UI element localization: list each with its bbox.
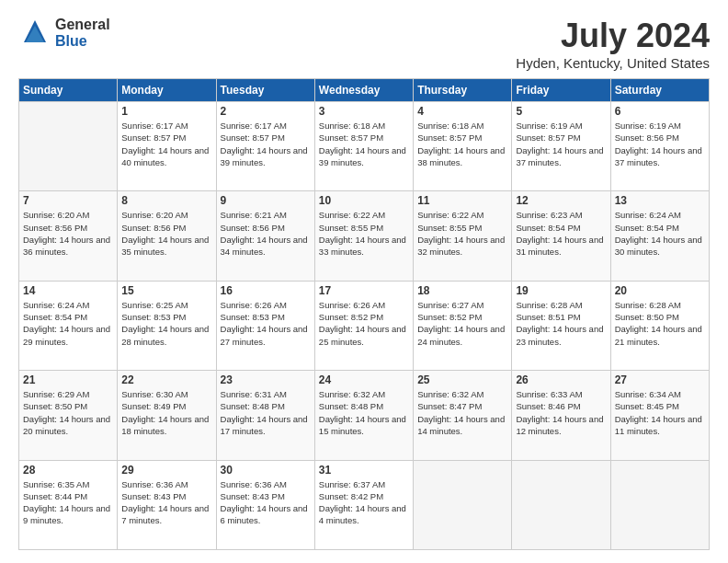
day-number: 3 [319,105,409,118]
calendar-header-monday: Monday [118,79,216,102]
calendar-cell: 19Sunrise: 6:28 AM Sunset: 8:51 PM Dayli… [512,281,610,370]
calendar-cell: 12Sunrise: 6:23 AM Sunset: 8:54 PM Dayli… [512,191,610,281]
day-number: 30 [221,464,311,477]
day-info: Sunrise: 6:29 AM Sunset: 8:50 PM Dayligh… [23,388,113,437]
calendar-header-wednesday: Wednesday [314,79,413,102]
day-info: Sunrise: 6:22 AM Sunset: 8:55 PM Dayligh… [319,209,409,258]
day-info: Sunrise: 6:20 AM Sunset: 8:56 PM Dayligh… [23,209,113,258]
calendar-week-3: 14Sunrise: 6:24 AM Sunset: 8:54 PM Dayli… [19,281,710,370]
day-info: Sunrise: 6:25 AM Sunset: 8:53 PM Dayligh… [121,299,211,348]
calendar-cell: 6Sunrise: 6:19 AM Sunset: 8:56 PM Daylig… [610,102,709,191]
calendar-week-1: 1Sunrise: 6:17 AM Sunset: 8:57 PM Daylig… [19,102,710,191]
main-title: July 2024 [516,17,710,55]
day-number: 1 [121,105,211,118]
day-number: 9 [221,194,311,207]
calendar-cell: 2Sunrise: 6:17 AM Sunset: 8:57 PM Daylig… [216,102,314,191]
calendar-cell [610,460,709,549]
day-info: Sunrise: 6:35 AM Sunset: 8:44 PM Dayligh… [23,478,113,527]
calendar-cell: 26Sunrise: 6:33 AM Sunset: 8:46 PM Dayli… [512,371,610,460]
calendar-cell: 9Sunrise: 6:21 AM Sunset: 8:56 PM Daylig… [216,191,314,281]
calendar-cell: 14Sunrise: 6:24 AM Sunset: 8:54 PM Dayli… [19,281,118,370]
calendar-cell [512,460,610,549]
day-number: 28 [23,464,113,477]
title-block: July 2024 Hyden, Kentucky, United States [516,17,710,71]
calendar-cell: 20Sunrise: 6:28 AM Sunset: 8:50 PM Dayli… [610,281,709,370]
day-number: 16 [221,284,311,297]
calendar-cell: 30Sunrise: 6:36 AM Sunset: 8:43 PM Dayli… [216,460,314,549]
day-info: Sunrise: 6:31 AM Sunset: 8:48 PM Dayligh… [221,388,311,437]
day-info: Sunrise: 6:19 AM Sunset: 8:57 PM Dayligh… [516,120,606,168]
day-number: 20 [615,284,705,297]
calendar-cell: 15Sunrise: 6:25 AM Sunset: 8:53 PM Dayli… [118,281,216,370]
calendar-header-sunday: Sunday [19,79,118,102]
day-info: Sunrise: 6:37 AM Sunset: 8:42 PM Dayligh… [319,478,409,527]
day-number: 23 [221,373,311,386]
calendar-cell: 29Sunrise: 6:36 AM Sunset: 8:43 PM Dayli… [118,460,216,549]
calendar-cell: 27Sunrise: 6:34 AM Sunset: 8:45 PM Dayli… [610,371,709,460]
calendar-cell: 25Sunrise: 6:32 AM Sunset: 8:47 PM Dayli… [414,371,512,460]
day-number: 18 [417,284,507,297]
day-number: 12 [516,194,606,207]
day-number: 19 [516,284,606,297]
calendar-cell: 17Sunrise: 6:26 AM Sunset: 8:52 PM Dayli… [314,281,413,370]
logo-icon [18,17,51,50]
day-info: Sunrise: 6:17 AM Sunset: 8:57 PM Dayligh… [221,120,311,168]
calendar-cell: 1Sunrise: 6:17 AM Sunset: 8:57 PM Daylig… [118,102,216,191]
day-info: Sunrise: 6:18 AM Sunset: 8:57 PM Dayligh… [417,120,507,168]
calendar-cell: 3Sunrise: 6:18 AM Sunset: 8:57 PM Daylig… [314,102,413,191]
page: General Blue July 2024 Hyden, Kentucky, … [0,0,728,563]
day-info: Sunrise: 6:33 AM Sunset: 8:46 PM Dayligh… [516,388,606,437]
day-info: Sunrise: 6:34 AM Sunset: 8:45 PM Dayligh… [615,388,705,437]
day-info: Sunrise: 6:24 AM Sunset: 8:54 PM Dayligh… [615,209,705,258]
day-info: Sunrise: 6:30 AM Sunset: 8:49 PM Dayligh… [121,388,211,437]
calendar-cell: 10Sunrise: 6:22 AM Sunset: 8:55 PM Dayli… [314,191,413,281]
day-info: Sunrise: 6:27 AM Sunset: 8:52 PM Dayligh… [417,299,507,348]
calendar-header-tuesday: Tuesday [216,79,314,102]
logo-blue: Blue [55,33,110,50]
day-info: Sunrise: 6:22 AM Sunset: 8:55 PM Dayligh… [417,209,507,258]
calendar-cell: 4Sunrise: 6:18 AM Sunset: 8:57 PM Daylig… [414,102,512,191]
logo: General Blue [18,17,110,50]
calendar-cell: 31Sunrise: 6:37 AM Sunset: 8:42 PM Dayli… [314,460,413,549]
calendar: SundayMondayTuesdayWednesdayThursdayFrid… [18,78,710,550]
day-info: Sunrise: 6:20 AM Sunset: 8:56 PM Dayligh… [121,209,211,258]
day-info: Sunrise: 6:26 AM Sunset: 8:53 PM Dayligh… [221,299,311,348]
day-info: Sunrise: 6:19 AM Sunset: 8:56 PM Dayligh… [615,120,705,168]
calendar-cell: 13Sunrise: 6:24 AM Sunset: 8:54 PM Dayli… [610,191,709,281]
day-number: 11 [417,194,507,207]
header: General Blue July 2024 Hyden, Kentucky, … [18,17,710,71]
day-number: 25 [417,373,507,386]
day-number: 8 [121,194,211,207]
day-info: Sunrise: 6:17 AM Sunset: 8:57 PM Dayligh… [121,120,211,168]
day-number: 17 [319,284,409,297]
day-number: 6 [615,105,705,118]
day-number: 10 [319,194,409,207]
day-info: Sunrise: 6:28 AM Sunset: 8:50 PM Dayligh… [615,299,705,348]
day-info: Sunrise: 6:28 AM Sunset: 8:51 PM Dayligh… [516,299,606,348]
day-info: Sunrise: 6:18 AM Sunset: 8:57 PM Dayligh… [319,120,409,168]
day-info: Sunrise: 6:36 AM Sunset: 8:43 PM Dayligh… [121,478,211,527]
calendar-cell: 21Sunrise: 6:29 AM Sunset: 8:50 PM Dayli… [19,371,118,460]
day-number: 5 [516,105,606,118]
calendar-cell: 5Sunrise: 6:19 AM Sunset: 8:57 PM Daylig… [512,102,610,191]
day-number: 31 [319,464,409,477]
day-number: 13 [615,194,705,207]
day-info: Sunrise: 6:32 AM Sunset: 8:47 PM Dayligh… [417,388,507,437]
calendar-header-thursday: Thursday [414,79,512,102]
calendar-cell: 16Sunrise: 6:26 AM Sunset: 8:53 PM Dayli… [216,281,314,370]
day-info: Sunrise: 6:24 AM Sunset: 8:54 PM Dayligh… [23,299,113,348]
day-number: 22 [121,373,211,386]
logo-general: General [55,17,110,33]
day-number: 15 [121,284,211,297]
calendar-week-5: 28Sunrise: 6:35 AM Sunset: 8:44 PM Dayli… [19,460,710,549]
day-number: 4 [417,105,507,118]
day-info: Sunrise: 6:36 AM Sunset: 8:43 PM Dayligh… [221,478,311,527]
calendar-cell: 24Sunrise: 6:32 AM Sunset: 8:48 PM Dayli… [314,371,413,460]
logo-text: General Blue [55,17,110,49]
day-number: 24 [319,373,409,386]
day-info: Sunrise: 6:21 AM Sunset: 8:56 PM Dayligh… [221,209,311,258]
calendar-cell: 22Sunrise: 6:30 AM Sunset: 8:49 PM Dayli… [118,371,216,460]
calendar-cell: 11Sunrise: 6:22 AM Sunset: 8:55 PM Dayli… [414,191,512,281]
day-info: Sunrise: 6:26 AM Sunset: 8:52 PM Dayligh… [319,299,409,348]
day-number: 2 [221,105,311,118]
